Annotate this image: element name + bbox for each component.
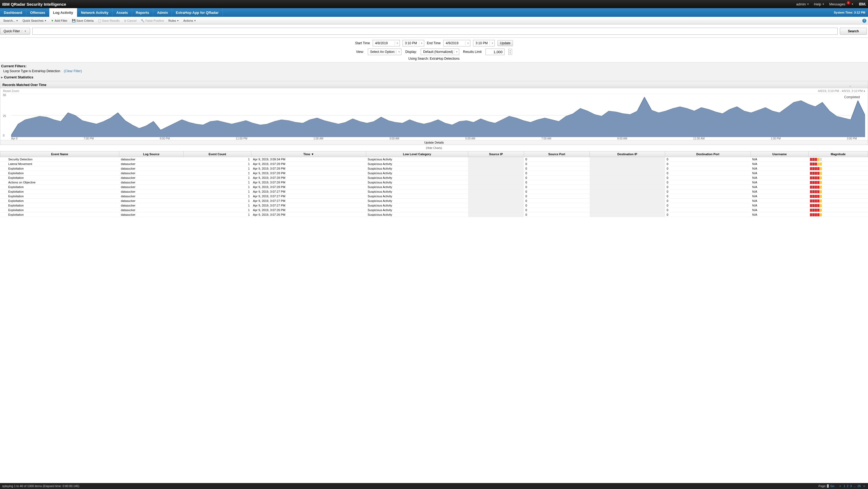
rules-menu[interactable]: Rules ▼ <box>167 19 181 23</box>
start-time-label: Start Time <box>355 41 370 45</box>
chart-title: Records Matched Over Time <box>0 82 868 88</box>
end-date-select[interactable]: 4/9/2019 <box>443 40 470 47</box>
current-statistics-toggle[interactable]: Current Statistics <box>1 74 867 79</box>
funnel-icon: ▼ <box>51 19 54 22</box>
false-positive-button[interactable]: 🔧False Positive <box>139 19 165 23</box>
ibm-logo: IBM. <box>859 2 866 6</box>
col-low-level-category[interactable]: Low Level Category <box>366 151 468 157</box>
nav-bar: DashboardOffensesLog ActivityNetwork Act… <box>0 8 868 17</box>
actions-menu[interactable]: Actions ▼ <box>182 19 198 23</box>
ytick-50: 50 <box>3 94 6 97</box>
help-menu[interactable]: Help▼ <box>814 2 825 6</box>
time-param-row: Start Time 4/8/2019 3:10 PM End Time 4/9… <box>0 38 868 48</box>
filters-section: Current Filters: Log Source Type is Extr… <box>0 62 868 81</box>
tab-extrahop-app-for-qradar[interactable]: ExtraHop App for QRadar <box>172 8 223 17</box>
view-select[interactable]: Select An Option: <box>368 49 402 55</box>
ytick-0: 0 <box>3 134 5 137</box>
help-icon[interactable]: ? <box>862 19 866 23</box>
messages-badge: 6 <box>846 1 850 5</box>
system-time: System Time: 3:12 PM <box>831 8 868 17</box>
clear-filter-link[interactable]: (Clear Filter) <box>64 69 82 73</box>
chart-x-labels: Apr 87:00 PM9:00 PM11:00 PM1:00 AM3:00 A… <box>0 137 868 140</box>
quick-filter-row: Quick Filter▼ Search <box>0 24 868 38</box>
current-filters-heading: Current Filters: <box>1 64 867 68</box>
chart-section: Records Matched Over Time Reset Zoom 4/8… <box>0 82 868 145</box>
table-row[interactable]: Security Detectiondatasucker1Apr 9, 2019… <box>0 157 868 162</box>
col-username[interactable]: Username <box>750 151 808 157</box>
table-row[interactable]: Exploitationdatasucker1Apr 9, 2019, 3:07… <box>0 189 868 194</box>
col-log-source[interactable]: Log Source <box>119 151 183 157</box>
cancel-icon: ⊘ <box>124 19 126 23</box>
col-destination-port[interactable]: Destination Port <box>665 151 750 157</box>
sort-icon[interactable]: ♦ <box>863 89 865 93</box>
update-details-link[interactable]: Update Details <box>0 140 868 145</box>
table-row[interactable]: Exploitationdatasucker1Apr 9, 2019, 3:07… <box>0 208 868 212</box>
table-row[interactable]: Exploitationdatasucker1Apr 9, 2019, 3:07… <box>0 171 868 176</box>
results-limit-label: Results Limit <box>463 50 482 54</box>
table-row[interactable]: Exploitationdatasucker1Apr 9, 2019, 3:07… <box>0 185 868 189</box>
records-chart[interactable]: 50 25 0 <box>0 94 868 137</box>
table-row[interactable]: Exploitationdatasucker1Apr 9, 2019, 3:07… <box>0 198 868 203</box>
col-source-ip[interactable]: Source IP <box>468 151 524 157</box>
save-results-button[interactable]: ◯Save Results <box>96 19 121 23</box>
ytick-25: 25 <box>3 115 6 118</box>
user-menu[interactable]: admin▼ <box>796 2 809 6</box>
start-time-select[interactable]: 3:10 PM <box>403 40 424 47</box>
col-destination-ip[interactable]: Destination IP <box>590 151 665 157</box>
cancel-button[interactable]: ⊘Cancel <box>122 19 138 23</box>
table-row[interactable]: Actions on Objectivedatasucker1Apr 9, 20… <box>0 180 868 185</box>
col-source-port[interactable]: Source Port <box>524 151 590 157</box>
col-event-name[interactable]: Event Name <box>0 151 119 157</box>
quick-filter-dropdown[interactable]: Quick Filter▼ <box>0 28 30 35</box>
table-row[interactable]: Exploitationdatasucker1Apr 9, 2019, 3:07… <box>0 194 868 198</box>
search-button[interactable]: Search <box>840 28 867 35</box>
search-menu[interactable]: Search... ▼ <box>2 19 20 23</box>
save-results-icon: ◯ <box>98 19 101 23</box>
save-icon: 💾 <box>72 19 76 23</box>
display-label: Display: <box>405 50 417 54</box>
messages-menu[interactable]: Messages6▼ <box>829 2 854 6</box>
tab-log-activity[interactable]: Log Activity <box>50 8 77 17</box>
tab-reports[interactable]: Reports <box>132 8 153 17</box>
using-search-label: Using Search: ExtraHop Detections <box>0 56 868 62</box>
table-row[interactable]: Lateral Movementdatasucker1Apr 9, 2019, … <box>0 162 868 166</box>
table-row[interactable]: Exploitationdatasucker1Apr 9, 2019, 3:07… <box>0 212 868 217</box>
wrench-icon: 🔧 <box>141 19 145 23</box>
table-row[interactable]: Exploitationdatasucker1Apr 9, 2019, 3:07… <box>0 203 868 208</box>
hide-charts-link[interactable]: (Hide Charts) <box>0 145 868 151</box>
quick-searches-menu[interactable]: Quick Searches ▼ <box>21 19 48 23</box>
events-table: Event NameLog SourceEvent CountTime ▼Low… <box>0 151 868 217</box>
end-time-select[interactable]: 3:10 PM <box>473 40 495 47</box>
start-date-select[interactable]: 4/8/2019 <box>373 40 400 47</box>
top-bar: IBM QRadar Security Intelligence admin▼ … <box>0 0 868 8</box>
col-magnitude[interactable]: Magnitude <box>808 151 868 157</box>
spinner-dots-icon <box>846 83 858 94</box>
results-limit-input[interactable] <box>486 49 504 55</box>
reset-zoom-link[interactable]: Reset Zoom <box>3 89 19 93</box>
view-param-row: View: Select An Option: Display: Default… <box>0 48 868 56</box>
display-select[interactable]: Default (Normalized) <box>421 49 459 55</box>
tab-assets[interactable]: Assets <box>113 8 132 17</box>
tab-admin[interactable]: Admin <box>153 8 172 17</box>
view-label: View: <box>356 50 364 54</box>
product-title: IBM QRadar Security Intelligence <box>2 2 66 6</box>
action-toolbar: Search... ▼ Quick Searches ▼ ▼Add Filter… <box>0 17 868 24</box>
update-button[interactable]: Update <box>497 40 513 46</box>
col-event-count[interactable]: Event Count <box>183 151 251 157</box>
col-time[interactable]: Time ▼ <box>251 151 366 157</box>
end-time-label: End Time <box>427 41 441 45</box>
save-criteria-button[interactable]: 💾Save Criteria <box>70 19 95 23</box>
quick-filter-input[interactable] <box>32 28 838 35</box>
tab-dashboard[interactable]: Dashboard <box>0 8 26 17</box>
tab-network-activity[interactable]: Network Activity <box>77 8 112 17</box>
filter-text: Log Source Type is ExtraHop Detection <box>3 69 60 73</box>
spinner-icon[interactable]: ▲▼ <box>508 49 512 55</box>
tab-offenses[interactable]: Offenses <box>26 8 50 17</box>
table-row[interactable]: Exploitationdatasucker1Apr 9, 2019, 3:07… <box>0 176 868 180</box>
table-row[interactable]: Exploitationdatasucker1Apr 9, 2019, 3:07… <box>0 166 868 171</box>
add-filter-button[interactable]: ▼Add Filter <box>50 19 69 23</box>
